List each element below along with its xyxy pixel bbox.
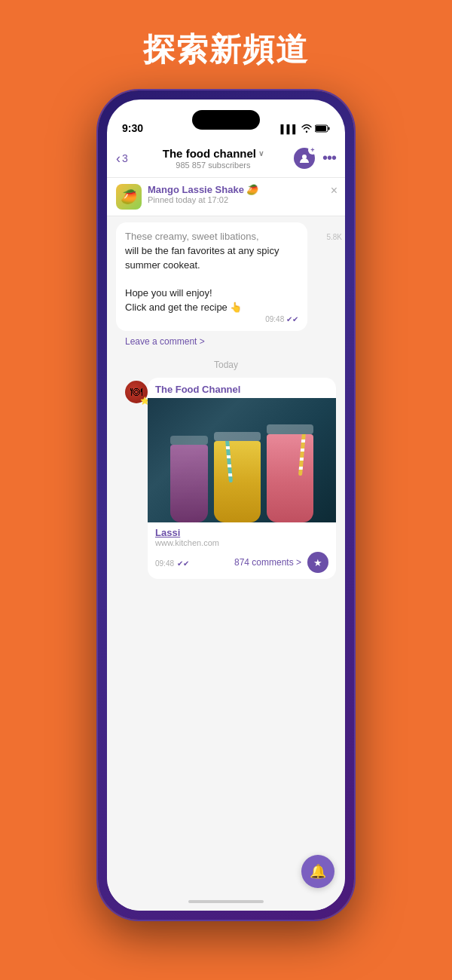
subscriber-count: 985 857 subscribers bbox=[133, 161, 294, 170]
glass-rim-pink bbox=[267, 424, 313, 434]
channel-name-text: The food channel bbox=[163, 147, 256, 160]
post-header: The Food Channel bbox=[148, 378, 336, 398]
phone-screen: 9:30 ▌▌▌ bbox=[107, 100, 345, 911]
header-actions: + ••• bbox=[294, 148, 336, 169]
message-bubble: These creamy, sweet libations, will be t… bbox=[116, 222, 307, 331]
glass-purple bbox=[170, 436, 208, 522]
pinned-banner[interactable]: 🥭 Mango Lassie Shake 🥭 Pinned today at 1… bbox=[107, 178, 345, 216]
glass-body-pink bbox=[267, 434, 313, 522]
page-background: 探索新頻道 9:30 ▌▌▌ bbox=[0, 0, 452, 980]
glass-rim-yellow bbox=[214, 432, 261, 441]
bubble-partial: These creamy, sweet libations, bbox=[125, 231, 259, 242]
straw-pink bbox=[298, 434, 307, 476]
glass-body-yellow bbox=[214, 441, 261, 522]
pinned-meta: Pinned today at 17:02 bbox=[148, 195, 336, 204]
svg-rect-2 bbox=[316, 126, 326, 131]
channel-avatar-wrapper: 🍽 ⭐ bbox=[125, 381, 148, 403]
dynamic-island bbox=[192, 110, 260, 130]
post-link[interactable]: Lassi bbox=[155, 527, 328, 538]
page-title: 探索新頻道 bbox=[0, 0, 452, 71]
glass-rim bbox=[170, 436, 208, 445]
more-button[interactable]: ••• bbox=[322, 149, 336, 167]
bubble-time: 09:48 ✔✔ bbox=[125, 315, 298, 323]
chat-area: 🥭 Mango Lassie Shake 🥭 Pinned today at 1… bbox=[107, 178, 345, 911]
post-image: ♥ 6.4K bbox=[148, 398, 336, 522]
wifi-icon bbox=[301, 124, 312, 134]
post-footer: Lassi www.kitchen.com 09:48 ✔✔ 874 comme… bbox=[148, 522, 336, 579]
status-time: 9:30 bbox=[122, 122, 143, 134]
glass-yellow bbox=[214, 432, 261, 522]
bookmark-button[interactable]: ★ bbox=[307, 552, 328, 573]
notification-fab[interactable]: 🔔 bbox=[301, 855, 334, 888]
smoothie-scene bbox=[148, 398, 336, 522]
back-count: 3 bbox=[122, 152, 128, 164]
pinned-close-button[interactable]: × bbox=[331, 184, 337, 198]
post-time-wrapper: 09:48 ✔✔ bbox=[155, 556, 189, 569]
status-icons: ▌▌▌ bbox=[281, 124, 330, 134]
post-time: 09:48 bbox=[155, 559, 174, 568]
pinned-title: Mango Lassie Shake 🥭 bbox=[148, 184, 259, 195]
phone-frame: 9:30 ▌▌▌ bbox=[98, 90, 354, 920]
straw-yellow bbox=[224, 441, 233, 482]
channel-avatar: 🍽 ⭐ bbox=[125, 381, 148, 403]
comments-link[interactable]: 874 comments > bbox=[234, 557, 301, 568]
post-bottom-row: 09:48 ✔✔ 874 comments > ★ bbox=[155, 552, 328, 573]
channel-post: The Food Channel bbox=[148, 378, 336, 579]
bookmark-star-icon: ★ bbox=[313, 557, 322, 568]
header-title[interactable]: The food channel ∨ bbox=[133, 147, 294, 160]
post-url: www.kitchen.com bbox=[155, 538, 328, 547]
post-channel-name: The Food Channel bbox=[155, 384, 240, 395]
phone-shell: 9:30 ▌▌▌ bbox=[98, 90, 354, 920]
view-count: 5.8K bbox=[326, 233, 342, 241]
bell-icon: 🔔 bbox=[310, 863, 326, 880]
pinned-content: Mango Lassie Shake 🥭 Pinned today at 17:… bbox=[148, 184, 336, 204]
back-button[interactable]: ‹ 3 bbox=[116, 152, 128, 165]
battery-icon bbox=[315, 124, 330, 134]
bubble-time-text: 09:48 bbox=[265, 315, 284, 323]
header-center: The food channel ∨ 985 857 subscribers bbox=[133, 147, 294, 170]
back-chevron-icon: ‹ bbox=[116, 152, 121, 165]
post-ticks-icon: ✔✔ bbox=[177, 559, 189, 568]
leave-comment-link[interactable]: Leave a comment > bbox=[125, 336, 205, 347]
glass-pink bbox=[267, 424, 313, 522]
signal-icon: ▌▌▌ bbox=[281, 124, 298, 133]
bubble-text: These creamy, sweet libations, will be t… bbox=[125, 230, 298, 315]
day-separator: Today bbox=[107, 352, 345, 375]
read-ticks-icon: ✔✔ bbox=[286, 315, 298, 323]
home-bar bbox=[188, 900, 264, 903]
chat-header: ‹ 3 The food channel ∨ 985 857 subscribe… bbox=[107, 139, 345, 178]
message-bubble-wrapper: These creamy, sweet libations, will be t… bbox=[107, 222, 345, 348]
glass-body bbox=[170, 445, 208, 523]
channel-post-wrapper: 🍽 ⭐ The Food Channel bbox=[116, 378, 336, 579]
add-plus-icon: + bbox=[308, 145, 317, 155]
add-member-button[interactable]: + bbox=[294, 148, 315, 169]
pinned-avatar: 🥭 bbox=[116, 184, 142, 210]
header-chevron-icon: ∨ bbox=[258, 149, 264, 158]
svg-rect-1 bbox=[328, 127, 330, 130]
pinned-title-row: Mango Lassie Shake 🥭 bbox=[148, 184, 336, 195]
